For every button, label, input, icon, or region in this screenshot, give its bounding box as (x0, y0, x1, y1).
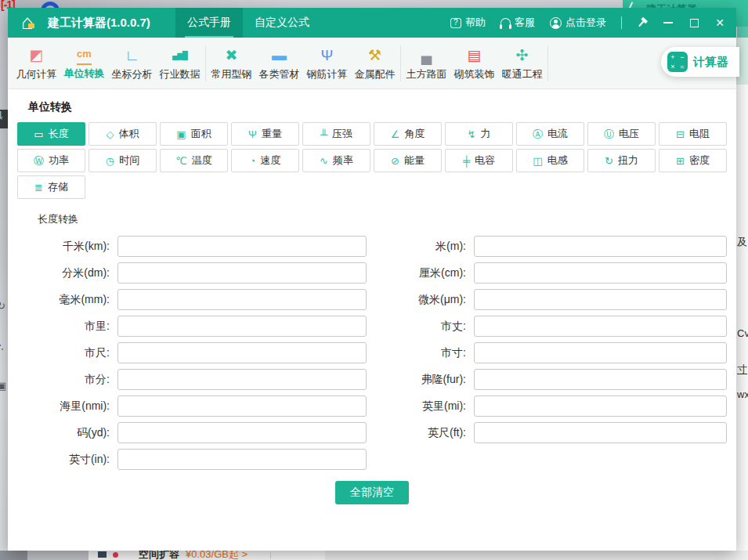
input-mi[interactable] (474, 396, 727, 417)
calculator-button[interactable]: +−×= 计算器 (661, 47, 739, 77)
input-in[interactable] (117, 449, 367, 470)
category-power[interactable]: Ⓦ功率 (17, 149, 85, 172)
app-window: 建工计算器(1.0.0.7) 公式手册 自定义公式 帮助 客服 点击登录 (8, 8, 736, 551)
category-angle[interactable]: ∠角度 (374, 122, 442, 146)
pin-button[interactable] (632, 13, 652, 33)
angle-icon: ∠ (391, 129, 400, 139)
input-shizhang[interactable] (474, 316, 727, 337)
titlebar: 建工计算器(1.0.0.7) 公式手册 自定义公式 帮助 客服 点击登录 (8, 8, 736, 38)
login-button[interactable]: 点击登录 (545, 16, 611, 30)
input-km[interactable] (117, 236, 367, 257)
category-capacitance[interactable]: ╪电容 (445, 149, 513, 172)
help-button[interactable]: 帮助 (446, 16, 490, 30)
minimize-icon (663, 22, 673, 23)
category-inductance[interactable]: ◫电感 (516, 149, 584, 172)
brick-icon: ▤ (468, 45, 482, 66)
inductance-icon: ◫ (533, 156, 542, 166)
form-row: 千米(km):米(m): (16, 236, 728, 257)
customer-service-button[interactable]: 客服 (496, 16, 540, 30)
category-current[interactable]: Ⓐ电流 (516, 122, 584, 146)
category-weight[interactable]: Ψ重量 (231, 122, 299, 146)
category-area[interactable]: ▣面积 (160, 122, 228, 146)
toolbar-item-hvac[interactable]: ✣暖通工程 (498, 45, 546, 81)
tab-formula-manual[interactable]: 公式手册 (175, 8, 243, 38)
toolbar-item-metal-parts[interactable]: ⚒金属配件 (351, 45, 399, 81)
tab-custom-formula[interactable]: 自定义公式 (243, 8, 321, 38)
category-density[interactable]: ⊞密度 (659, 149, 727, 172)
form-cell: 千米(km): (16, 236, 372, 257)
category-label: 速度 (260, 154, 280, 168)
input-shichi[interactable] (117, 342, 367, 363)
speed-icon: ◔ (250, 156, 256, 166)
login-label: 点击登录 (566, 16, 606, 30)
input-shili[interactable] (117, 316, 367, 337)
input-fur[interactable] (474, 369, 727, 390)
form-cell: 码(yd): (16, 422, 372, 443)
temperature-icon: ℃ (175, 156, 187, 166)
toolbar-item-coord-analysis[interactable]: ∟坐标分析 (108, 45, 156, 81)
category-label: 角度 (404, 127, 425, 141)
input-cm[interactable] (474, 262, 727, 284)
content-area: 单位转换 ▭长度◇体积▣面积Ψ重量╨压强∠角度↯力Ⓐ电流Ⓤ电压⊟电阻Ⓦ功率◷时间… (8, 100, 736, 504)
input-ft[interactable] (474, 422, 727, 443)
form-cell: 弗隆(fur): (372, 369, 728, 390)
fan-icon: ✣ (516, 45, 529, 66)
form-cell: 市分: (16, 369, 372, 390)
category-time[interactable]: ◷时间 (89, 149, 157, 172)
field-label-yd: 码(yd): (16, 426, 117, 440)
category-force[interactable]: ↯力 (445, 122, 513, 146)
category-resistance[interactable]: ⊟电阻 (659, 122, 727, 146)
toolbar-item-earthwork-road[interactable]: ▄土方路面 (403, 45, 450, 81)
user-icon (550, 17, 562, 29)
category-energy[interactable]: ⊘能量 (374, 149, 442, 172)
volume-icon: ◇ (107, 129, 114, 139)
toolbar-item-masonry-decor[interactable]: ▤砌筑装饰 (450, 45, 498, 81)
form-row: 海里(nmi):英里(mi): (16, 396, 728, 417)
category-temperature[interactable]: ℃温度 (160, 149, 228, 172)
clear-all-button[interactable]: 全部清空 (335, 481, 409, 504)
maximize-icon (690, 19, 699, 27)
category-speed[interactable]: ◔速度 (231, 149, 299, 172)
minimize-button[interactable] (658, 13, 678, 33)
toolbar-item-pipes[interactable]: ▬各类管材 (255, 45, 303, 81)
toolbar-item-steel-sections[interactable]: ✖常用型钢 (208, 45, 255, 81)
maximize-button[interactable] (684, 13, 704, 33)
form-cell: 分米(dm): (16, 262, 372, 284)
input-dm[interactable] (117, 262, 367, 284)
toolbar-item-industry-data[interactable]: ▄▆█行业数据 (156, 45, 204, 81)
service-label: 客服 (515, 16, 535, 30)
category-pressure[interactable]: ╨压强 (302, 122, 370, 146)
form-cell: 厘米(cm): (372, 262, 728, 284)
field-label-nmi: 海里(nmi): (16, 399, 117, 414)
toolbar-item-geometry-calc[interactable]: ◩几何计算 (13, 45, 60, 81)
toolbar-item-rebar-calc[interactable]: Ψ钢筋计算 (303, 45, 351, 81)
input-um[interactable] (474, 289, 727, 310)
input-mm[interactable] (117, 289, 367, 310)
input-shifen[interactable] (117, 369, 367, 390)
input-nmi[interactable] (117, 396, 367, 417)
field-label-mm: 毫米(mm): (16, 293, 117, 307)
building-icon (98, 551, 107, 558)
input-yd[interactable] (117, 422, 367, 443)
energy-icon: ⊘ (391, 156, 399, 166)
category-torque[interactable]: ↻扭力 (587, 149, 656, 172)
current-icon: Ⓐ (533, 129, 543, 139)
form-row: 码(yd):英尺(ft): (16, 422, 728, 443)
category-length[interactable]: ▭长度 (17, 122, 85, 146)
field-label-um: 微米(μm): (372, 293, 474, 307)
category-storage[interactable]: ≣存储 (17, 175, 85, 199)
input-shicun[interactable] (474, 342, 727, 363)
frequency-icon: ∿ (320, 156, 328, 166)
category-volume[interactable]: ◇体积 (89, 122, 157, 146)
input-m[interactable] (474, 236, 727, 257)
category-frequency[interactable]: ∿频率 (302, 149, 370, 172)
cm-ruler-icon: cm (77, 46, 92, 65)
category-label: 重量 (262, 127, 282, 141)
field-label-fur: 弗隆(fur): (372, 373, 474, 387)
toolbar-item-unit-convert[interactable]: cm单位转换 (60, 46, 108, 81)
torque-icon: ↻ (605, 156, 613, 166)
close-button[interactable] (710, 13, 730, 33)
category-voltage[interactable]: Ⓤ电压 (587, 122, 656, 146)
toolbar-item-label: 各类管材 (259, 67, 300, 81)
toolbar-item-label: 土方路面 (407, 67, 447, 81)
